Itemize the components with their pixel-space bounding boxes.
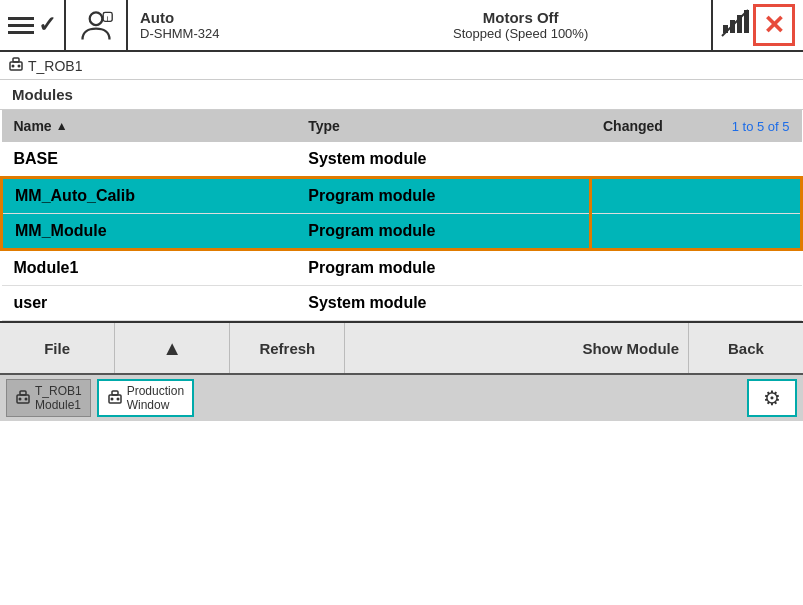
table-row[interactable]: MM_Auto_Calib Program module [2,178,802,214]
taskbar-production-icon [107,389,123,408]
menu-area[interactable]: ✓ [0,0,66,50]
header-right: ✕ [711,0,803,50]
breadcrumb: T_ROB1 [0,52,803,80]
row-changed [591,250,717,286]
row-changed [591,286,717,321]
svg-point-11 [18,65,21,68]
svg-point-0 [90,12,103,25]
table-header: Name ▲ Type Changed 1 to 5 of 5 [2,110,802,142]
taskbar-item-production[interactable]: Production Window [97,379,194,417]
table-body: BASE System module MM_Auto_Calib Program… [2,142,802,321]
svg-point-15 [25,397,28,400]
row-name: user [2,286,297,321]
row-name: Module1 [2,250,297,286]
table-row[interactable]: Module1 Program module [2,250,802,286]
chevron-down-icon[interactable]: ✓ [38,14,56,36]
taskbar-robot-icon [15,389,31,408]
signal-icon [721,9,749,42]
show-module-button[interactable]: Show Module [574,323,689,373]
robot-icon [8,56,24,75]
header-device: D-SHMM-324 [140,26,318,41]
row-changed [591,178,717,214]
back-button[interactable]: Back [689,323,803,373]
footer-toolbar: File ▲ Refresh Show Module Back [0,321,803,373]
svg-rect-9 [13,58,19,62]
modules-table-container: Name ▲ Type Changed 1 to 5 of 5 BASE Sys… [0,110,803,321]
taskbar: T_ROB1 Module1 Production Window ⚙ [0,373,803,421]
col-changed-header: Changed [591,110,717,142]
refresh-button[interactable]: Refresh [230,323,345,373]
hamburger-icon[interactable] [8,17,34,34]
row-name: MM_Auto_Calib [2,178,297,214]
close-button[interactable]: ✕ [753,4,795,46]
svg-point-18 [110,397,113,400]
taskbar-item-text-2: Production Window [127,384,184,413]
settings-icon: ⚙ [763,386,781,410]
table-row[interactable]: user System module [2,286,802,321]
file-button[interactable]: File [0,323,115,373]
row-type: Program module [296,178,591,214]
status-sub: Stopped (Speed 100%) [453,26,588,41]
row-type: System module [296,286,591,321]
taskbar-item-text-1: T_ROB1 Module1 [35,384,82,413]
header-info: Auto D-SHMM-324 [128,0,330,50]
row-name: BASE [2,142,297,178]
section-title: Modules [0,80,803,110]
status-main: Motors Off [483,9,559,26]
col-name-header[interactable]: Name ▲ [2,110,297,142]
row-changed [591,142,717,178]
svg-text:i: i [107,14,109,23]
header-status: Motors Off Stopped (Speed 100%) [330,0,711,50]
col-count-header: 1 to 5 of 5 [717,110,801,142]
svg-point-19 [116,397,119,400]
svg-rect-17 [112,391,118,395]
header-mode: Auto [140,9,318,26]
modules-table: Name ▲ Type Changed 1 to 5 of 5 BASE Sys… [0,110,803,321]
row-changed [591,214,717,250]
row-type: System module [296,142,591,178]
svg-point-14 [19,397,22,400]
user-button[interactable]: i [66,0,128,50]
settings-button[interactable]: ⚙ [747,379,797,417]
svg-rect-13 [20,391,26,395]
col-type-header[interactable]: Type [296,110,591,142]
table-row[interactable]: MM_Module Program module [2,214,802,250]
svg-point-10 [12,65,15,68]
breadcrumb-text: T_ROB1 [28,58,82,74]
table-row[interactable]: BASE System module [2,142,802,178]
header: ✓ i Auto D-SHMM-324 Motors Off Stopped (… [0,0,803,52]
row-type: Program module [296,250,591,286]
scroll-up-button[interactable]: ▲ [115,323,230,373]
user-icon: i [78,7,114,43]
row-type: Program module [296,214,591,250]
taskbar-item-rob1[interactable]: T_ROB1 Module1 [6,379,91,417]
row-name: MM_Module [2,214,297,250]
sort-arrow-icon: ▲ [56,119,68,133]
